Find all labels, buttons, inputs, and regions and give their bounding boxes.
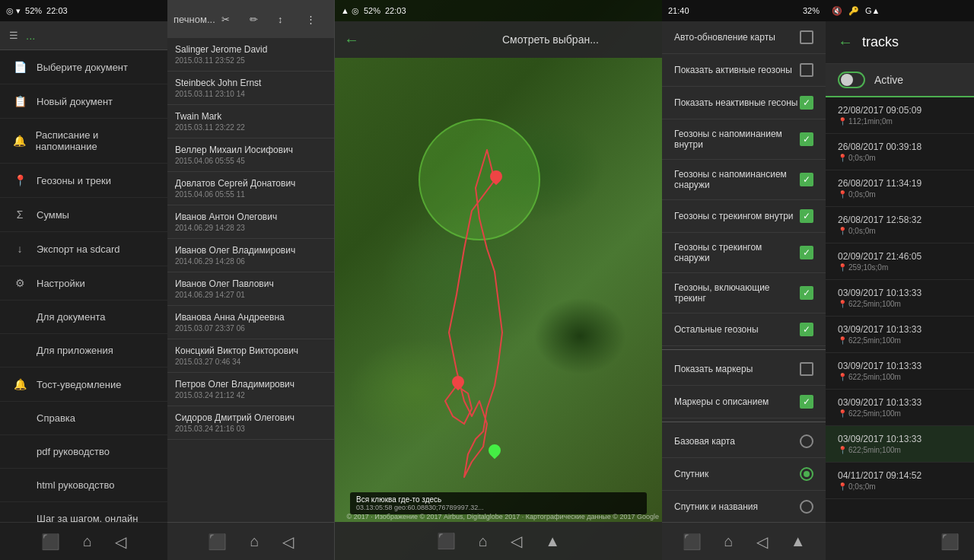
checkbox-auto-update[interactable]	[800, 30, 813, 44]
list-item[interactable]: Довлатов Сергей Донатович 2015.04.06 05:…	[167, 172, 334, 205]
dropdown-item-tracking-inside[interactable]: Геозоны с трекингом внутри	[662, 200, 826, 233]
dropdown-item-tracking-outside[interactable]: Геозоны с трекингом снаружи	[662, 233, 826, 273]
cut-icon[interactable]: ✂	[221, 14, 244, 25]
checkbox-including-tracking[interactable]	[800, 286, 813, 300]
checkbox-show-markers[interactable]	[800, 362, 813, 376]
list-item[interactable]: Иванов Олег Владимирович 2014.06.29 14:2…	[167, 239, 334, 272]
dropdown-nav-recent[interactable]: ⬛	[683, 533, 702, 551]
map-nav-back[interactable]: ◁	[511, 532, 522, 550]
dropdown-label-show-markers: Показать маркеры	[674, 364, 800, 374]
list-item[interactable]: Иванова Анна Андреевна 2015.03.07 23:37 …	[167, 306, 334, 339]
track-item[interactable]: 26/08/2017 11:34:19 📍0;0s;0m track6	[826, 170, 974, 207]
list-item[interactable]: Steinbeck John Ernst 2015.03.11 23:10 14	[167, 72, 334, 105]
checkbox-reminder-outside[interactable]	[800, 173, 813, 186]
checkbox-reminder-inside[interactable]	[800, 132, 813, 146]
active-toggle[interactable]	[838, 72, 865, 88]
map-pin-red-top[interactable]	[489, 169, 504, 187]
dropdown-item-other-geofences[interactable]: Остальные геозоны	[662, 313, 826, 346]
dropdown-item-satellite[interactable]: Спутник	[662, 458, 826, 491]
sidebar-item-sums[interactable]: Σ Суммы	[0, 198, 167, 232]
track-item[interactable]: 22/08/2017 09:05:09 📍112;1min;0m track5	[826, 97, 974, 134]
sidebar-item-geofences[interactable]: 📍 Геозоны и треки	[0, 164, 167, 198]
dropdown-item-show-inactive[interactable]: Показать неактивные гесоны	[662, 87, 826, 119]
checkbox-show-inactive[interactable]	[800, 96, 813, 110]
map-nav-recent[interactable]: ⬛	[437, 532, 456, 550]
track-item[interactable]: 26/08/2017 12:58:32 📍0;0s;0m track9	[826, 207, 974, 243]
list-item[interactable]: Иванов Олег Павлович 2014.06.29 14:27 01	[167, 272, 334, 306]
sidebar-nav-home[interactable]: ⌂	[83, 533, 92, 550]
tracks-nav-recent[interactable]: ⬛	[941, 533, 960, 551]
map-back-button[interactable]: ←	[344, 31, 495, 49]
map-pin-red-mid[interactable]	[450, 374, 466, 393]
sidebar-item-settings[interactable]: ⚙ Настройки	[0, 266, 167, 301]
sidebar-item-step-online[interactable]: Шаг за шагом, онлайн	[0, 502, 167, 522]
track-item[interactable]: 03/09/2017 10:13:33 📍622;5min;100m Fores…	[826, 390, 974, 426]
dropdown-divider-1	[662, 349, 826, 350]
track-item[interactable]: 04/11/2017 09:14:52 📍0;0s;0m City	[826, 463, 974, 499]
dropdown-item-markers-desc[interactable]: Маркеры с описанием	[662, 386, 826, 418]
sidebar-nav-back[interactable]: ◁	[115, 533, 126, 551]
dropdown-item-including-tracking[interactable]: Геозоны, включающие трекинг	[662, 273, 826, 313]
list-item[interactable]: Иванов Антон Олегович 2014.06.29 14:28 2…	[167, 205, 334, 239]
track-item[interactable]: 02/09/2017 21:46:05 📍259;10s;0m illia	[826, 243, 974, 280]
doc-nav-home[interactable]: ⌂	[250, 533, 259, 550]
sidebar-nav-recent[interactable]: ⬛	[41, 533, 60, 551]
radio-satellite-names[interactable]	[800, 500, 813, 514]
map-nav-up[interactable]: ▲	[545, 533, 560, 550]
sidebar-item-help[interactable]: Справка	[0, 402, 167, 435]
sidebar-item-for-doc[interactable]: Для документа	[0, 301, 167, 334]
list-item[interactable]: Salinger Jerome David 2015.03.11 23:52 2…	[167, 38, 334, 72]
track-item-active[interactable]: 03/09/2017 10:13:33 📍622;5min;100m Fores…	[826, 426, 974, 463]
checkbox-other-geofences[interactable]	[800, 323, 813, 336]
dropdown-panel: 21:40 32% Авто-обновление карты Показать…	[662, 0, 826, 560]
doc-nav-back[interactable]: ◁	[282, 533, 294, 551]
dropdown-item-show-markers[interactable]: Показать маркеры	[662, 353, 826, 386]
radio-base-map[interactable]	[800, 434, 813, 448]
dropdown-item-show-active[interactable]: Показать активные геозоны	[662, 54, 826, 87]
sidebar-item-pdf[interactable]: pdf руководство	[0, 435, 167, 469]
dropdown-item-auto-update[interactable]: Авто-обновление карты	[662, 21, 826, 54]
map-overlay[interactable]	[335, 58, 662, 522]
dropdown-footer: ⬛ ⌂ ◁ ▲	[662, 522, 826, 560]
checkbox-show-active[interactable]	[800, 63, 813, 77]
sidebar-item-schedule[interactable]: 🔔 Расписание и напоминание	[0, 119, 167, 164]
checkbox-markers-desc[interactable]	[800, 395, 813, 409]
map-nav-home[interactable]: ⌂	[479, 533, 488, 550]
dropdown-item-satellite-names[interactable]: Спутник и названия	[662, 491, 826, 522]
sort-icon[interactable]: ↕	[278, 14, 300, 25]
tracks-back-button[interactable]: ←	[838, 33, 853, 51]
checkbox-tracking-outside[interactable]	[800, 246, 813, 259]
dropdown-nav-back[interactable]: ◁	[756, 533, 768, 551]
track-item[interactable]: 03/09/2017 10:13:33 📍622;5min;100m Fores…	[826, 317, 974, 353]
dropdown-item-base-map[interactable]: Базовая карта	[662, 425, 826, 458]
map-pin-green-bottom[interactable]	[487, 443, 502, 461]
sums-icon: Σ	[12, 208, 27, 221]
more-icon[interactable]: ⋮	[306, 14, 328, 25]
sidebar-item-select-doc[interactable]: 📄 Выберите документ	[0, 50, 167, 84]
track-item[interactable]: 03/09/2017 10:13:33 📍622;5min;100m Fores…	[826, 353, 974, 390]
sidebar-item-for-app[interactable]: Для приложения	[0, 334, 167, 368]
list-item[interactable]: Сидоров Дмитрий Олегович 2015.03.24 21:1…	[167, 406, 334, 440]
radio-satellite[interactable]	[800, 467, 813, 481]
track-item[interactable]: 26/08/2017 00:39:18 📍0;0s;0m new tracks	[826, 134, 974, 170]
list-item[interactable]: Петров Олег Владимирович 2015.03.24 21:1…	[167, 373, 334, 406]
sidebar-item-export[interactable]: ↓ Экспорт на sdcard	[0, 232, 167, 266]
checkbox-tracking-inside[interactable]	[800, 209, 813, 223]
dropdown-nav-home[interactable]: ⌂	[724, 533, 734, 550]
edit-icon[interactable]: ✏	[250, 14, 272, 25]
doc-nav-recent[interactable]: ⬛	[208, 533, 227, 551]
list-item[interactable]: Веллер Михаил Иосифович 2015.04.06 05:55…	[167, 138, 334, 172]
list-item[interactable]: Консцкий Виктор Викторович 2015.03.27 0:…	[167, 339, 334, 373]
dropdown-item-reminder-inside[interactable]: Геозоны с напоминанием внутри	[662, 119, 826, 160]
dropdown-label-tracking-outside: Геозоны с трекингом снаружи	[674, 242, 800, 263]
dropdown-item-reminder-outside[interactable]: Геозоны с напоминансием снаружи	[662, 160, 826, 200]
list-item[interactable]: Twain Mark 2015.03.11 23:22 22	[167, 105, 334, 138]
sidebar-item-new-doc[interactable]: 📋 Новый документ	[0, 84, 167, 119]
dropdown-label-tracking-inside: Геозоны с трекингом внутри	[674, 211, 800, 221]
dropdown-nav-up[interactable]: ▲	[791, 533, 806, 550]
sidebar-item-toast[interactable]: 🔔 Тост-уведомление	[0, 368, 167, 402]
sidebar-item-html[interactable]: html руководство	[0, 469, 167, 502]
map-popup-text: Вся клюква где-то здесь	[356, 495, 641, 504]
track-item[interactable]: 03/09/2017 10:13:33 📍622;5min;100m Noth …	[826, 280, 974, 317]
doc-toolbar: печном... ✂ ✏ ↕ ⋮	[167, 0, 334, 38]
